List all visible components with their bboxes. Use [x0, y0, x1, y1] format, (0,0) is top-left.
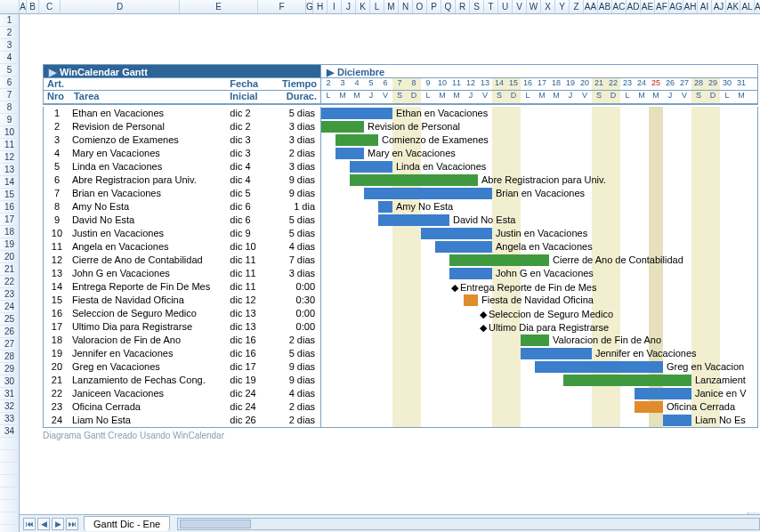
col-header[interactable]: D: [61, 0, 180, 13]
col-header[interactable]: Z: [570, 0, 584, 13]
row-header[interactable]: 26: [0, 326, 19, 338]
row-header[interactable]: 2: [0, 27, 19, 39]
gantt-bar[interactable]: Revision de Personal: [321, 121, 364, 133]
col-header[interactable]: L: [370, 0, 384, 13]
row-header[interactable]: 13: [0, 164, 19, 176]
task-row[interactable]: 12Cierre de Ano de Contabilidaddic 117 d…: [44, 254, 757, 267]
row-header[interactable]: 21: [0, 263, 19, 276]
row-header[interactable]: 29: [0, 363, 19, 375]
task-row[interactable]: 20Greg en Vacacionesdic 179 diasGreg en …: [44, 360, 757, 374]
col-header[interactable]: AL: [740, 0, 755, 13]
gantt-bar[interactable]: Entrega Reporte de Fin de Mes: [449, 282, 596, 292]
row-header[interactable]: 27: [0, 338, 19, 351]
task-row[interactable]: 9David No Estadic 65 diasDavid No Esta: [44, 214, 757, 227]
col-header[interactable]: AK: [726, 0, 740, 13]
col-header[interactable]: AE: [641, 0, 655, 13]
task-row[interactable]: 17Ultimo Dia para Registrarsedic 130:00U…: [44, 320, 757, 334]
col-header[interactable]: J: [342, 0, 356, 13]
col-header[interactable]: E: [180, 0, 258, 13]
gantt-bar[interactable]: Ultimo Dia para Registrarse: [478, 322, 609, 332]
task-row[interactable]: 2Revision de Personaldic 23 diasRevision…: [44, 120, 757, 133]
worksheet-grid[interactable]: ▶WinCalendar Gantt ▶Diciembre Art. Fecha…: [20, 14, 760, 512]
gantt-bar[interactable]: Fiesta de Navidad Oficina: [464, 294, 478, 306]
task-row[interactable]: 22Janiceen Vacacionesdic 244 diasJanice …: [44, 387, 757, 400]
row-header[interactable]: 23: [0, 288, 19, 301]
row-header[interactable]: 14: [0, 176, 19, 189]
row-header[interactable]: 28: [0, 351, 19, 363]
hscroll-thumb[interactable]: [180, 520, 251, 528]
gantt-bar[interactable]: Jennifer en Vacaciones: [521, 348, 592, 359]
row-header[interactable]: 1: [0, 14, 19, 27]
col-header[interactable]: AM: [755, 0, 760, 13]
row-header[interactable]: 24: [0, 301, 19, 313]
row-header[interactable]: 3: [0, 39, 19, 52]
row-header[interactable]: 7: [0, 89, 19, 101]
gantt-bar[interactable]: Lanzamient: [563, 375, 691, 386]
col-header[interactable]: W: [527, 0, 541, 13]
gantt-bar[interactable]: Seleccion de Seguro Medico: [478, 309, 613, 318]
task-row[interactable]: 6Abre Registracion para Univ.dic 49 dias…: [44, 173, 757, 187]
col-header[interactable]: AF: [655, 0, 669, 13]
horizontal-scrollbar[interactable]: [177, 518, 760, 530]
task-row[interactable]: 15Fiesta de Navidad Oficinadic 120:30Fie…: [44, 294, 757, 307]
task-row[interactable]: 24Liam No Estadic 262 diasLiam No Es: [44, 414, 757, 427]
gantt-bar[interactable]: Comienzo de Examenes: [336, 134, 378, 146]
col-header[interactable]: G: [306, 0, 313, 13]
task-row[interactable]: 11Angela en Vacacionesdic 104 diasAngela…: [44, 240, 757, 254]
task-row[interactable]: 13John G en Vacacionesdic 113 diasJohn G…: [44, 267, 757, 280]
gantt-bar[interactable]: Justin en Vacaciones: [421, 228, 492, 239]
col-header[interactable]: C: [39, 0, 61, 13]
row-header[interactable]: 19: [0, 238, 19, 251]
col-header[interactable]: B: [27, 0, 39, 13]
row-header[interactable]: 33: [0, 413, 19, 425]
col-header[interactable]: H: [313, 0, 327, 13]
gantt-bar[interactable]: Liam No Es: [663, 415, 691, 426]
col-header[interactable]: AH: [683, 0, 698, 13]
row-header[interactable]: 32: [0, 400, 19, 413]
tab-nav-last[interactable]: ⏭: [66, 518, 78, 530]
task-row[interactable]: 5Linda en Vacacionesdic 43 diasLinda en …: [44, 160, 757, 173]
task-row[interactable]: 8Amy No Estadic 61 diaAmy No Esta: [44, 200, 757, 214]
col-header[interactable]: X: [541, 0, 555, 13]
sheet-tab[interactable]: Gantt Dic - Ene: [84, 516, 170, 531]
task-row[interactable]: 16Seleccion de Seguro Medicodic 130:00Se…: [44, 307, 757, 320]
row-header[interactable]: 31: [0, 388, 19, 400]
gantt-bar[interactable]: John G en Vacaciones: [449, 268, 492, 279]
col-header[interactable]: AJ: [712, 0, 726, 13]
gantt-bar[interactable]: Abre Registracion para Univ.: [350, 174, 478, 186]
col-header[interactable]: V: [513, 0, 527, 13]
gantt-bar[interactable]: Janice en V: [635, 388, 691, 399]
gantt-bar[interactable]: Greg en Vacacion: [535, 361, 663, 373]
col-header[interactable]: S: [470, 0, 484, 13]
col-header[interactable]: M: [384, 0, 399, 13]
gantt-bar[interactable]: Valoracion de Fin de Ano: [521, 335, 549, 346]
gantt-bar[interactable]: Ethan en Vacaciones: [321, 108, 392, 119]
gantt-bar[interactable]: Linda en Vacaciones: [350, 161, 392, 173]
row-header[interactable]: 11: [0, 139, 19, 151]
row-header[interactable]: 6: [0, 77, 19, 89]
gantt-bar[interactable]: Angela en Vacaciones: [435, 241, 492, 253]
row-header[interactable]: 15: [0, 189, 19, 201]
row-header[interactable]: 4: [0, 52, 19, 64]
gantt-bar[interactable]: Oficina Cerrada: [635, 401, 663, 413]
row-header[interactable]: 34: [0, 425, 19, 438]
task-row[interactable]: 7Brian en Vacacionesdic 59 diasBrian en …: [44, 187, 757, 200]
task-row[interactable]: 3Comienzo de Examenesdic 33 diasComienzo…: [44, 133, 757, 147]
col-header[interactable]: AC: [612, 0, 627, 13]
col-header[interactable]: AB: [598, 0, 612, 13]
row-header[interactable]: 12: [0, 151, 19, 164]
col-header[interactable]: N: [399, 0, 413, 13]
col-header[interactable]: A: [20, 0, 27, 13]
gantt-bar[interactable]: Cierre de Ano de Contabilidad: [449, 254, 549, 266]
col-header[interactable]: F: [258, 0, 306, 13]
row-header[interactable]: 30: [0, 375, 19, 388]
row-header[interactable]: 10: [0, 126, 19, 139]
col-header[interactable]: P: [427, 0, 441, 13]
col-header[interactable]: [0, 0, 20, 13]
col-header[interactable]: AD: [627, 0, 641, 13]
col-header[interactable]: Y: [555, 0, 570, 13]
task-row[interactable]: 14Entrega Reporte de Fin De Mesdic 110:0…: [44, 280, 757, 294]
row-header[interactable]: 22: [0, 276, 19, 288]
col-header[interactable]: AI: [698, 0, 712, 13]
task-row[interactable]: 18Valoracion de Fin de Anodic 162 diasVa…: [44, 334, 757, 347]
